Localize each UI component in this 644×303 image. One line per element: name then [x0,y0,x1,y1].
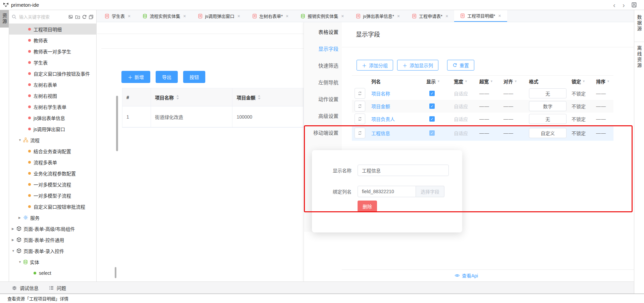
format-select[interactable]: 自定义 [529,128,567,138]
tree-item[interactable]: ▼ 流程 [9,134,96,145]
editor-tab[interactable]: js弹出表单信息* × [350,10,406,22]
sort-icon[interactable] [176,95,179,100]
overwide-value[interactable]: —— [479,91,489,96]
settings-menu-item[interactable]: 高级设置 [318,113,338,120]
tab-close-icon[interactable]: × [128,13,130,19]
chevron-down-icon[interactable]: ▼ [607,80,610,83]
editor-tab[interactable]: js调用弹出窗口 × [192,10,246,22]
format-select[interactable]: 无 [529,114,567,124]
panel-action-button[interactable]: ＋添加分组 [357,60,393,71]
overwide-value[interactable]: —— [479,130,489,136]
overwide-value[interactable]: —— [479,103,489,109]
caret-icon[interactable]: ▶ [18,216,23,219]
tree-item[interactable]: 工程项目明细 [9,24,96,35]
width-value[interactable]: 自适应 [454,91,468,96]
settings-menu-item[interactable]: 左侧导航 [318,79,338,86]
tree-item[interactable]: 自定义窗口按钮审批流程 [9,201,96,212]
visible-checkbox[interactable]: ✓ [429,130,435,136]
config-header-6[interactable]: 对齐▼ [499,78,525,85]
tree-item[interactable]: 左树右表单 [9,79,96,90]
visible-checkbox[interactable]: ✓ [429,116,435,122]
caret-icon[interactable]: ▶ [12,227,16,230]
config-header-8[interactable]: 锁定▼ [565,78,589,85]
panel-action-button[interactable]: ＋添加显示列 [397,60,438,71]
tab-close-icon[interactable]: × [445,13,448,19]
tab-close-icon[interactable]: × [183,13,186,19]
tree-item[interactable]: 学生表 [9,57,96,68]
align-value[interactable]: —— [503,103,514,109]
locate-resource-icon[interactable] [68,14,73,19]
align-value[interactable]: —— [503,116,514,122]
lock-value[interactable]: 不锁定 [572,91,586,96]
editor-tab[interactable]: 左树右表单* × [246,10,294,22]
column-name-link[interactable]: 工程信息 [371,131,390,136]
toolbar-button[interactable]: ＋新增 [121,71,150,83]
tree-item[interactable]: js调用弹出窗口 [9,123,96,134]
lock-value[interactable]: 不锁定 [572,131,586,136]
tree-item[interactable]: 结合业务查询配置 [9,145,96,157]
tree-item[interactable]: ▼ 实体 [9,256,96,267]
editor-tab[interactable]: 工程项目明细* × [454,10,507,22]
align-value[interactable]: —— [503,130,514,136]
sort-value[interactable]: —— [596,130,606,136]
search-input[interactable] [18,14,68,20]
tree-item[interactable]: ▶ 服务 [9,212,96,223]
activity-tab-offline-resources[interactable]: 离线资源 [634,46,644,69]
visible-checkbox[interactable]: ✓ [429,103,435,109]
settings-menu-item[interactable]: 动作设置 [318,96,338,103]
editor-tab[interactable]: 学生表 × [99,10,137,22]
caret-icon[interactable]: ▼ [18,138,23,142]
tree-item[interactable]: 一对多模型子流程 [9,190,96,201]
align-value[interactable]: —— [503,91,514,96]
chevron-down-icon[interactable]: ▼ [514,80,517,83]
refresh-column-button[interactable] [355,88,365,99]
refresh-icon[interactable] [82,14,87,19]
settings-menu-item[interactable]: 移动端设置 [313,130,338,136]
view-api-link[interactable]: 查看Api [454,272,478,279]
tree-item[interactable]: 一对多模型父流程 [9,179,96,190]
collapse-all-icon[interactable] [89,14,94,19]
sort-value[interactable]: —— [596,91,606,96]
lock-value[interactable]: 不锁定 [572,117,586,122]
width-value[interactable]: 自适应 [454,117,468,122]
toolbar-button[interactable]: 按钮 [183,71,205,83]
save-icon[interactable] [631,2,637,8]
select-field-button[interactable]: 选择字段 [416,186,444,197]
refresh-column-button[interactable] [355,128,365,138]
activity-tab-resources[interactable]: 资源 [0,10,9,28]
tree-item[interactable]: ▼ 页面-表单-录入控件 [9,245,96,256]
lock-value[interactable]: 不锁定 [572,104,586,109]
settings-menu-item[interactable]: 快速筛选 [318,62,338,69]
width-value[interactable]: 自适应 [454,131,468,136]
sort-value[interactable]: —— [596,116,606,122]
caret-icon[interactable]: ▶ [12,238,16,242]
format-select[interactable]: 数字 [529,101,567,111]
column-name-link[interactable]: 项目金额 [371,104,390,109]
refresh-column-button[interactable] [355,114,365,124]
column-name-link[interactable]: 项目名称 [371,91,390,96]
toolbar-button[interactable]: 导出 [156,71,178,83]
tree-item[interactable]: ▶ 页面-表单-控件通用 [9,234,96,245]
delete-button[interactable]: 删除 [358,201,377,212]
chevron-down-icon[interactable]: ▼ [437,80,440,83]
tree-item[interactable]: 流程多表单 [9,157,96,168]
chevron-down-icon[interactable]: ▼ [465,80,468,83]
tree-item[interactable]: 左树右视图 [9,90,96,101]
tab-close-icon[interactable]: × [286,13,288,19]
sort-value[interactable]: —— [596,103,606,109]
tab-close-icon[interactable]: × [498,13,501,18]
chevron-down-icon[interactable]: ▼ [490,80,493,83]
display-name-input[interactable] [358,165,449,176]
tree-item[interactable]: 自定义窗口操作按钮及事件 [9,68,96,79]
tab-close-icon[interactable]: × [237,13,240,19]
settings-menu-item[interactable]: 显示字段 [318,46,338,52]
visible-checkbox[interactable]: ✓ [429,91,435,96]
tree-item[interactable]: 教师表 [9,35,96,46]
new-folder-icon[interactable] [75,14,80,19]
panel-action-button[interactable]: 重置 [447,60,474,71]
scrollbar-thumb[interactable] [115,267,116,278]
config-header-5[interactable]: 超宽▼ [474,78,499,85]
scrollbar-thumb[interactable] [116,96,118,151]
tab-close-icon[interactable]: × [397,13,400,19]
table-row[interactable]: 1街道绿化改造100000 [122,106,304,127]
